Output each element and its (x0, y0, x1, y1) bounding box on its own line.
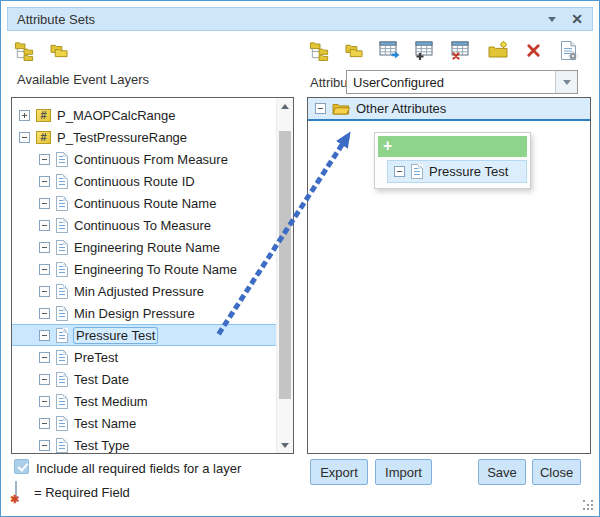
expander-minus-icon[interactable] (315, 103, 326, 114)
field-document-icon (56, 174, 68, 189)
tree-item[interactable]: Test Date (12, 368, 276, 390)
document-settings-button[interactable] (554, 37, 584, 63)
combobox-dropdown-arrow[interactable] (555, 71, 577, 93)
scroll-up-arrow-icon[interactable] (277, 98, 293, 114)
tree-item-selected[interactable]: Pressure Test (12, 324, 276, 346)
tree-item[interactable]: Test Type (12, 434, 276, 453)
expander-minus-icon[interactable] (19, 132, 30, 143)
field-document-icon (56, 152, 68, 167)
table-add-icon (415, 40, 437, 60)
tree-item[interactable]: P_MAOPCalcRange (12, 104, 276, 126)
save-button[interactable]: Save (478, 459, 526, 485)
required-field-icon (15, 481, 17, 500)
table-remove-button[interactable] (447, 37, 477, 63)
tree-item[interactable]: Test Medium (12, 390, 276, 412)
tree-item[interactable]: Engineering To Route Name (12, 258, 276, 280)
attributes-toolbar (304, 37, 584, 63)
import-button[interactable]: Import (375, 459, 432, 485)
field-document-icon (56, 350, 68, 365)
resize-grip[interactable] (583, 500, 595, 512)
tree-item-other-attributes[interactable]: Other Attributes (308, 98, 590, 121)
field-document-icon (56, 218, 68, 233)
expander-minus-icon[interactable] (39, 418, 50, 429)
window-title: Attribute Sets (17, 12, 95, 27)
tree-item[interactable]: PreTest (12, 346, 276, 368)
tree-item-label: Continuous Route ID (74, 174, 195, 189)
tree-item[interactable]: Min Design Pressure (12, 302, 276, 324)
drag-preview: + Pressure Test (374, 132, 531, 189)
expander-minus-icon[interactable] (39, 286, 50, 297)
expander-minus-icon[interactable] (39, 242, 50, 253)
tree-item-label: Engineering Route Name (74, 240, 220, 255)
tree-item-label: Continuous From Measure (74, 152, 228, 167)
tree-item[interactable]: P_TestPressureRange (12, 126, 276, 148)
attribute-set-combobox[interactable]: UserConfigured (346, 70, 578, 94)
expander-minus-icon[interactable] (39, 352, 50, 363)
table-remove-icon (451, 40, 473, 60)
field-document-icon (56, 328, 68, 343)
delete-button[interactable] (518, 37, 548, 63)
expander-minus-icon[interactable] (39, 220, 50, 231)
expander-minus-icon[interactable] (39, 176, 50, 187)
attribute-sets-dialog: Attribute Sets (0, 0, 600, 517)
tree-item[interactable]: Min Adjusted Pressure (12, 280, 276, 302)
new-folder-button[interactable] (483, 37, 513, 63)
expander-minus-icon[interactable] (39, 154, 50, 165)
export-button[interactable]: Export (310, 459, 368, 485)
expander-minus-icon[interactable] (39, 308, 50, 319)
drag-item-label: Pressure Test (429, 164, 508, 179)
open-folder-icon (332, 102, 350, 116)
field-document-icon (56, 262, 68, 277)
collapse-attributes-folders-button[interactable] (340, 37, 370, 63)
field-document-icon (56, 284, 68, 299)
drop-indicator-bar: + (378, 136, 527, 157)
scroll-down-arrow-icon[interactable] (277, 437, 293, 453)
tree-item-label: Min Adjusted Pressure (74, 284, 204, 299)
tree-item[interactable]: Continuous To Measure (12, 214, 276, 236)
expand-attributes-tree-icon (309, 40, 330, 61)
field-document-icon (56, 438, 68, 453)
expander-minus-icon (394, 166, 405, 177)
expander-minus-icon[interactable] (39, 330, 50, 341)
tree-item-label: P_MAOPCalcRange (57, 108, 176, 123)
collapse-caret-icon[interactable] (548, 17, 556, 22)
expand-attributes-tree-button[interactable] (304, 37, 334, 63)
tree-item-label: P_TestPressureRange (57, 130, 187, 145)
collapse-attributes-folders-icon (344, 42, 365, 59)
collapse-layers-folders-button[interactable] (44, 37, 74, 63)
layers-toolbar (9, 37, 74, 63)
new-folder-icon (487, 41, 509, 59)
collapse-layers-folders-icon (49, 42, 70, 59)
tree-item[interactable]: Engineering Route Name (12, 236, 276, 258)
tree-item[interactable]: Continuous Route ID (12, 170, 276, 192)
expander-plus-icon[interactable] (19, 110, 30, 121)
tree-item[interactable]: Test Name (12, 412, 276, 434)
expand-layers-tree-icon (14, 40, 35, 61)
vertical-scrollbar[interactable] (276, 98, 293, 453)
tree-item[interactable]: Continuous From Measure (12, 148, 276, 170)
expander-minus-icon[interactable] (39, 374, 50, 385)
table-add-button[interactable] (411, 37, 441, 63)
expander-minus-icon[interactable] (39, 396, 50, 407)
tree-item-label: Min Design Pressure (74, 306, 195, 321)
tree-item-label: PreTest (74, 350, 118, 365)
field-document-icon (56, 306, 68, 321)
expand-layers-tree-button[interactable] (9, 37, 39, 63)
field-document-icon (56, 372, 68, 387)
event-layer-icon (36, 109, 51, 122)
tree-item[interactable]: Continuous Route Name (12, 192, 276, 214)
field-document-icon (56, 416, 68, 431)
table-load-button[interactable] (375, 37, 405, 63)
include-required-label: Include all required fields for a layer (36, 461, 241, 476)
close-icon[interactable] (571, 12, 583, 26)
tree-item-label: Continuous Route Name (74, 196, 216, 211)
field-document-icon (56, 196, 68, 211)
expander-minus-icon[interactable] (39, 198, 50, 209)
title-bar: Attribute Sets (7, 7, 593, 31)
include-required-checkbox[interactable] (14, 459, 29, 474)
close-button[interactable]: Close (532, 459, 581, 485)
expander-minus-icon[interactable] (39, 440, 50, 451)
available-event-layers-heading: Available Event Layers (17, 72, 149, 87)
scrollbar-thumb[interactable] (279, 131, 291, 399)
expander-minus-icon[interactable] (39, 264, 50, 275)
